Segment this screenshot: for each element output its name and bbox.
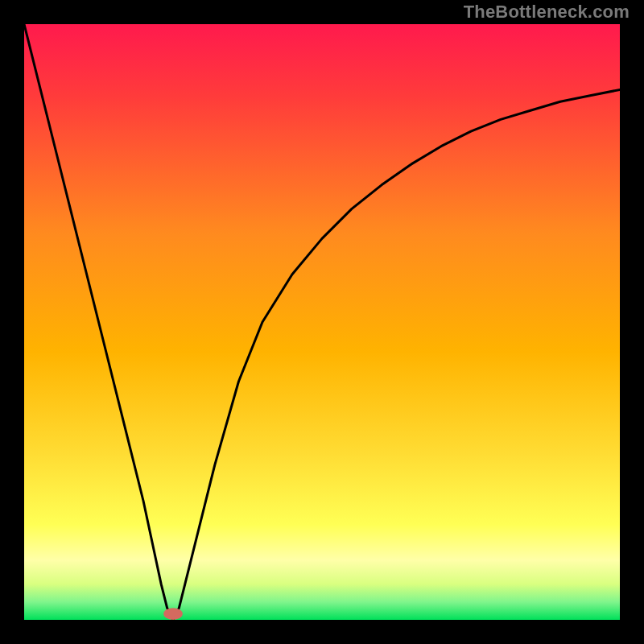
gradient-background [24,24,620,620]
watermark-text: TheBottleneck.com [464,2,630,23]
chart-frame: TheBottleneck.com [0,0,644,644]
optimal-point-marker [163,608,183,620]
bottleneck-plot [24,24,620,620]
